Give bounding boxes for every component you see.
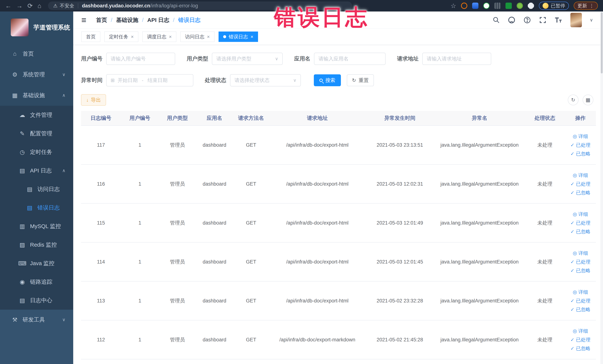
process-status-select[interactable]: 请选择处理状态 ∨ xyxy=(230,74,301,86)
cell-log-id: 115 xyxy=(81,220,121,226)
breadcrumb-current: 错误日志 xyxy=(178,16,200,24)
check-icon: ✓ xyxy=(570,268,574,273)
sidebar-item-log-center[interactable]: ▤ 日志中心 xyxy=(0,291,73,310)
cell-user-type: 管理员 xyxy=(159,181,196,187)
sidebar-item-mysql-monitor[interactable]: ▥ MySQL 监控 xyxy=(0,217,73,235)
tab-close-icon[interactable]: × xyxy=(251,34,253,39)
sidebar-item-api-log[interactable]: ▤ API 日志 ∧ xyxy=(0,161,73,180)
table-header-cell: 异常发生时间 xyxy=(366,115,434,122)
check-icon: ✓ xyxy=(570,142,574,148)
extensions-puzzle-icon[interactable] xyxy=(528,3,534,9)
page-scrollbar[interactable] xyxy=(600,12,603,364)
cell-user-type: 管理员 xyxy=(159,297,196,304)
sidebar-item-infrastructure[interactable]: ▦ 基础设施 ∧ xyxy=(0,85,73,106)
github-icon[interactable] xyxy=(508,16,515,24)
mark-processed-link[interactable]: ✓ 已处理 xyxy=(570,220,590,226)
user-type-select[interactable]: 请选择用户类型 ∨ xyxy=(212,53,283,65)
mark-ignored-link[interactable]: ✓ 已忽略 xyxy=(570,345,590,352)
breadcrumb-item[interactable]: 首页 xyxy=(96,16,107,24)
cell-exception-name: java.lang.IllegalArgumentException xyxy=(434,298,525,304)
user-id-input[interactable] xyxy=(106,53,175,65)
mark-processed-link[interactable]: ✓ 已处理 xyxy=(570,181,590,187)
sidebar-item-redis-monitor[interactable]: ▨ Redis 监控 xyxy=(0,235,73,254)
extension-icon[interactable] xyxy=(494,3,501,9)
cell-log-id: 116 xyxy=(81,181,121,187)
sidebar-item-java-monitor[interactable]: ⌨ Java 监控 xyxy=(0,254,73,273)
column-settings-button[interactable]: ▦ xyxy=(583,94,593,105)
tab-error-log[interactable]: 错误日志 × xyxy=(219,32,258,42)
browser-menu-icon[interactable]: ⋮ xyxy=(589,3,594,9)
sidebar-item-dev-tools[interactable]: ⚒ 研发工具 ∨ xyxy=(0,310,73,330)
app-title: 芋道管理系统 xyxy=(33,23,70,32)
mark-processed-link[interactable]: ✓ 已处理 xyxy=(570,259,590,265)
filter-row-1: 用户编号 用户类型 请选择用户类型 ∨ 应用名 请求地址 xyxy=(81,53,596,65)
tab-access-log[interactable]: 访问日志 × xyxy=(180,32,214,42)
mark-ignored-label: 已忽略 xyxy=(576,189,590,196)
bookmark-star-icon[interactable]: ☆ xyxy=(451,2,456,10)
tab-close-icon[interactable]: × xyxy=(169,34,172,39)
search-button[interactable]: 搜索 xyxy=(314,74,341,86)
menu-item-label: 定时任务 xyxy=(30,148,52,156)
export-button[interactable]: ↓ 导出 xyxy=(81,94,106,106)
extension-icon[interactable] xyxy=(506,3,512,9)
sidebar-item-scheduled-tasks[interactable]: ◷ 定时任务 xyxy=(0,143,73,161)
mark-processed-link[interactable]: ✓ 已处理 xyxy=(570,298,590,304)
sidebar-logo[interactable]: 芋道管理系统 xyxy=(0,12,73,43)
browser-update-button[interactable]: 更新 ⋮ xyxy=(574,2,598,10)
sidebar-item-home[interactable]: ⌂ 首页 xyxy=(0,43,73,64)
breadcrumb-item[interactable]: API 日志 xyxy=(147,16,169,24)
mark-ignored-link[interactable]: ✓ 已忽略 xyxy=(570,189,590,196)
request-url-input[interactable] xyxy=(422,53,491,65)
search-icon[interactable] xyxy=(493,16,500,24)
mark-processed-link[interactable]: ✓ 已处理 xyxy=(570,337,590,343)
mark-ignored-link[interactable]: ✓ 已忽略 xyxy=(570,267,590,274)
sidebar-item-config-management[interactable]: ✎ 配置管理 xyxy=(0,124,73,143)
tab-job-log[interactable]: 调度日志 × xyxy=(142,32,176,42)
sidebar-toggle-icon[interactable]: ≡ xyxy=(81,16,86,24)
sidebar-item-file-management[interactable]: ☁ 文件管理 xyxy=(0,106,73,124)
download-icon: ↓ xyxy=(86,97,89,102)
profile-paused-badge[interactable]: 已暂停 xyxy=(539,2,569,10)
browser-forward-icon[interactable]: → xyxy=(16,3,23,9)
detail-link[interactable]: ◎ 详细 xyxy=(573,133,588,140)
browser-home-icon[interactable]: ⌂ xyxy=(38,3,42,9)
address-bar[interactable]: ⚠ 不安全 dashboard.yudao.iocoder.cn /infra/… xyxy=(48,1,352,10)
extension-icon[interactable] xyxy=(472,3,478,9)
user-menu-caret-icon[interactable]: ∨ xyxy=(590,17,593,23)
browser-back-icon[interactable]: ← xyxy=(5,3,12,9)
exception-time-range-picker[interactable]: ⊞ 开始日期 - 结束日期 xyxy=(106,74,193,86)
cell-log-id: 112 xyxy=(81,337,121,343)
tab-close-icon[interactable]: × xyxy=(207,34,210,39)
mark-ignored-link[interactable]: ✓ 已忽略 xyxy=(570,228,590,235)
detail-link[interactable]: ◎ 详细 xyxy=(573,172,588,178)
sidebar-item-access-log[interactable]: ▤ 访问日志 xyxy=(0,180,73,199)
detail-link[interactable]: ◎ 详细 xyxy=(573,328,588,334)
mark-ignored-link[interactable]: ✓ 已忽略 xyxy=(570,306,590,313)
refresh-table-button[interactable]: ↻ xyxy=(568,94,579,105)
extension-icon[interactable] xyxy=(461,3,467,9)
sidebar-item-error-log[interactable]: ▤ 错误日志 xyxy=(0,199,73,217)
app-name-input[interactable] xyxy=(314,53,386,65)
user-avatar[interactable] xyxy=(570,13,582,27)
detail-link[interactable]: ◎ 详细 xyxy=(573,250,588,257)
sidebar-item-trace[interactable]: ◉ 链路追踪 xyxy=(0,273,73,291)
tab-close-icon[interactable]: × xyxy=(131,34,134,39)
font-size-icon[interactable] xyxy=(555,16,563,24)
tab-home[interactable]: 首页 xyxy=(81,32,100,42)
reset-button[interactable]: ↻ 重置 xyxy=(347,74,374,86)
mark-processed-link[interactable]: ✓ 已处理 xyxy=(570,142,590,148)
breadcrumb-item[interactable]: 基础设施 xyxy=(116,16,138,24)
chevron-icon: ∨ xyxy=(62,72,65,77)
help-icon[interactable] xyxy=(523,16,531,24)
mark-ignored-link[interactable]: ✓ 已忽略 xyxy=(570,151,590,157)
tab-job[interactable]: 定时任务 × xyxy=(104,32,138,42)
scrollbar-thumb[interactable] xyxy=(601,12,603,73)
detail-link[interactable]: ◎ 详细 xyxy=(573,211,588,218)
fullscreen-icon[interactable] xyxy=(539,16,547,24)
extension-icon[interactable] xyxy=(483,3,489,9)
browser-reload-icon[interactable]: ⟳ xyxy=(27,3,33,9)
sidebar-item-system-management[interactable]: ⚙ 系统管理 ∨ xyxy=(0,64,73,85)
extension-icon[interactable] xyxy=(517,3,523,9)
detail-link[interactable]: ◎ 详细 xyxy=(573,289,588,295)
table-header-cell: 操作 xyxy=(565,115,596,122)
